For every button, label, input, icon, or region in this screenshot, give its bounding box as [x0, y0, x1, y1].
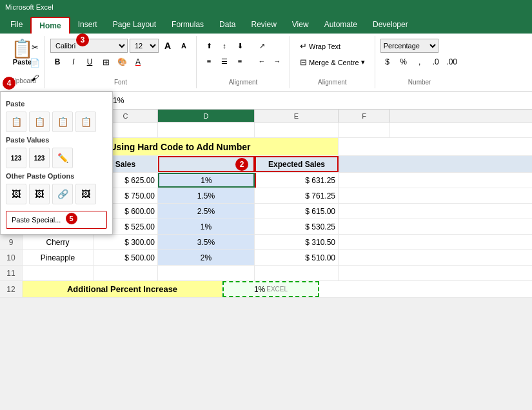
step2-badge: 2	[235, 158, 248, 171]
other-paste-icon-3[interactable]: 🔗	[52, 184, 73, 204]
cell-pct-banana[interactable]: 1%	[158, 219, 255, 234]
table-row: 12 Additional Percent Increase 1% EXCEL …	[0, 281, 532, 298]
indent-more-button[interactable]: →	[270, 54, 284, 68]
cell-sales-pineapple[interactable]: $ 500.00	[94, 250, 158, 265]
additional-label[interactable]: Additional Percent Increase	[23, 281, 222, 297]
rotate-text-button[interactable]: ↗	[255, 39, 269, 53]
paste-icon-1[interactable]: 📋	[6, 112, 26, 132]
number-section-label: Number	[380, 79, 459, 86]
left-align-button[interactable]: ≡	[202, 54, 216, 68]
other-paste-icon-4[interactable]: 🖼	[75, 184, 96, 204]
cell-pct-orange[interactable]: 2.5%	[158, 204, 255, 219]
tab-review[interactable]: Review	[243, 17, 284, 34]
paste-special-button[interactable]: Paste Special... 5	[6, 211, 107, 229]
underline-button[interactable]: U	[83, 55, 97, 69]
middle-align-button[interactable]: ↕	[217, 39, 232, 53]
borders-button[interactable]: ⊞	[99, 55, 113, 69]
cell-sales-cherry[interactable]: $ 300.00	[94, 235, 158, 249]
cell-pct-mango[interactable]: 1%	[158, 173, 255, 188]
paste-dropdown: Paste 📋 📋 📋 📋 Paste Values 123 123 ✏️ Ot…	[0, 92, 113, 235]
cell-e3[interactable]	[255, 122, 339, 137]
tab-view[interactable]: View	[284, 17, 317, 34]
cell-expected-pineapple[interactable]: $ 510.00	[255, 250, 339, 265]
wrap-text-button[interactable]: ↵ Wrap Text	[295, 39, 369, 54]
tab-pagelayout[interactable]: Page Layout	[105, 17, 164, 34]
cell-d11[interactable]	[158, 266, 255, 280]
font-name-select[interactable]: Calibri	[50, 39, 128, 53]
cell-expected-cherry[interactable]: $ 310.50	[255, 235, 339, 249]
increase-font-button[interactable]: A	[161, 39, 175, 53]
step4-badge: 4	[3, 77, 15, 90]
number-format-select[interactable]: Percentage	[380, 39, 438, 53]
merge-centre-button[interactable]: ⊟ Merge & Centre ▾	[295, 55, 369, 70]
tab-developer[interactable]: Developer	[365, 17, 416, 34]
tab-data[interactable]: Data	[212, 17, 243, 34]
cell-fruit-cherry[interactable]: Cherry	[23, 235, 94, 249]
other-paste-title: Other Paste Options	[6, 172, 107, 180]
cell-fruit-pineapple[interactable]: Pineapple	[23, 250, 94, 265]
paste-icon-3[interactable]: 📋	[52, 112, 73, 132]
tab-automate[interactable]: Automate	[317, 17, 365, 34]
cell-pct-pineapple[interactable]: 2%	[158, 250, 255, 265]
cell-expected-mango[interactable]: $ 631.25	[255, 173, 339, 188]
tab-file[interactable]: File	[3, 17, 30, 34]
font-size-select[interactable]: 12	[130, 39, 159, 53]
tab-formulas[interactable]: Formulas	[164, 17, 212, 34]
copy-button[interactable]: 📄	[28, 55, 42, 70]
cell-pct-apple[interactable]: 1.5%	[158, 188, 255, 203]
decimal-decrease-button[interactable]: .00	[445, 55, 459, 69]
cell-c11[interactable]	[94, 266, 158, 280]
comma-button[interactable]: ,	[413, 55, 427, 69]
paste-values-icon-2[interactable]: 123	[29, 148, 50, 168]
paste-values-title: Paste Values	[6, 136, 107, 144]
other-paste-icon-row: 🖼 🖼 🔗 🖼	[6, 184, 107, 204]
center-align-button[interactable]: ☰	[217, 54, 232, 68]
top-align-button[interactable]: ⬆	[202, 39, 216, 53]
font-section: Calibri 12 A A B I U ⊞ 🎨 A Font	[45, 36, 197, 88]
currency-button[interactable]: $	[380, 55, 395, 69]
cell-expected-apple[interactable]: $ 761.25	[255, 188, 339, 203]
row-num-9: 9	[0, 235, 23, 249]
cell-d3[interactable]	[158, 122, 255, 137]
bottom-align-button[interactable]: ⬇	[233, 39, 247, 53]
formula-input[interactable]	[110, 93, 529, 108]
cell-e11[interactable]	[255, 266, 339, 280]
alignment-section: ⬆ ↕ ⬇ ↗ ≡ ☰ ≡ ← → Alignment	[197, 36, 290, 88]
cell-f3[interactable]	[339, 122, 390, 137]
header-pct[interactable]: 2	[158, 156, 255, 172]
other-paste-icon-1[interactable]: 🖼	[6, 184, 26, 204]
format-painter-button[interactable]: 🖌	[28, 71, 42, 85]
fill-color-button[interactable]: 🎨	[115, 55, 129, 69]
paste-icon-2[interactable]: 📋	[29, 112, 50, 132]
font-color-button[interactable]: A	[131, 55, 145, 69]
font-section-label: Font	[50, 79, 191, 86]
cell-expected-banana[interactable]: $ 530.25	[255, 219, 339, 234]
other-paste-icon-2[interactable]: 🖼	[29, 184, 50, 204]
alignment-section-label: Alignment	[202, 79, 284, 86]
additional-value-text: 1%	[254, 285, 265, 294]
table-row: 9 Cherry $ 300.00 3.5% $ 310.50	[0, 235, 532, 250]
app-bar: Microsoft Excel	[0, 0, 532, 14]
indent-less-button[interactable]: ←	[255, 54, 269, 68]
paste-area[interactable]: 📋 Paste ✂ 📄 🖌 Clipboard 4	[0, 36, 45, 88]
tab-insert[interactable]: Insert	[70, 17, 105, 34]
paste-values-icon-3[interactable]: ✏️	[52, 148, 73, 168]
bold-button[interactable]: B	[50, 55, 64, 69]
wrap-text-label: Wrap Text	[309, 43, 340, 50]
decimal-increase-button[interactable]: .0	[429, 55, 443, 69]
cell-expected-orange[interactable]: $ 615.00	[255, 204, 339, 219]
header-expected[interactable]: Expected Sales	[255, 156, 339, 172]
additional-value[interactable]: 1% EXCEL Ctrl+C 1	[222, 281, 319, 297]
paste-icon-row: 📋 📋 📋 📋	[6, 112, 107, 132]
paste-values-icon-1[interactable]: 123	[6, 148, 26, 168]
cut-button[interactable]: ✂	[28, 40, 42, 54]
tab-home[interactable]: Home	[30, 17, 70, 34]
cell-pct-cherry[interactable]: 3.5%	[158, 235, 255, 249]
cell-b11[interactable]	[23, 266, 94, 280]
paste-icon-4[interactable]: 📋	[75, 112, 96, 132]
right-align-button[interactable]: ≡	[233, 54, 247, 68]
step3-badge-container: 3	[76, 34, 89, 46]
percent-button[interactable]: %	[397, 55, 411, 69]
italic-button[interactable]: I	[66, 55, 81, 69]
decrease-font-button[interactable]: A	[177, 39, 191, 53]
